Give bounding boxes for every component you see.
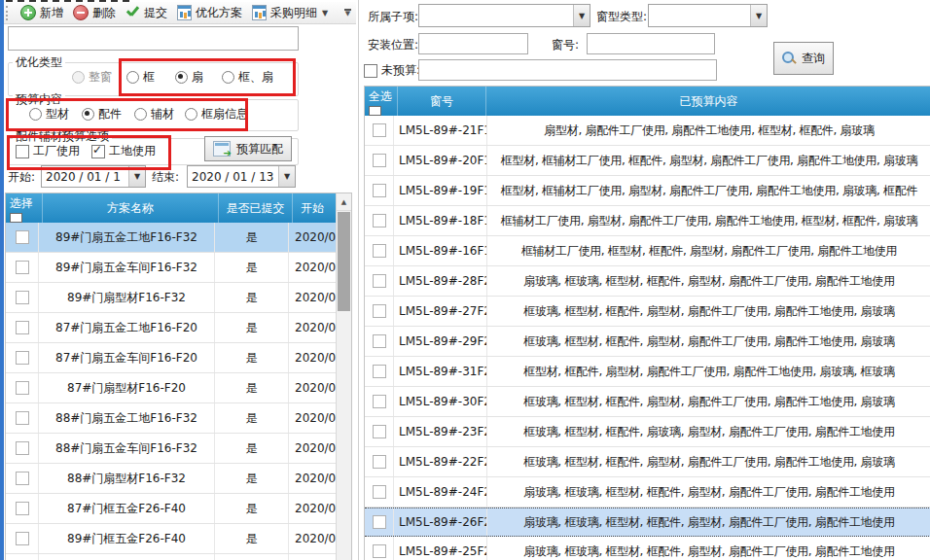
row-select-checkbox[interactable]	[373, 425, 386, 438]
window-row[interactable]: LM5L-89#-25F23扇玻璃, 框玻璃, 框型材, 框配件, 扇型材, 扇…	[365, 537, 930, 560]
row-select-checkbox[interactable]	[16, 230, 29, 244]
plan-row[interactable]: 87#门扇型材F16-F20是2020/0	[6, 373, 337, 403]
row-select-checkbox[interactable]	[373, 123, 386, 137]
window-row[interactable]: LM5L-89#-30F28框玻璃, 框型材, 框配件, 扇型材, 扇配件工厂使…	[365, 387, 930, 417]
checkbox-no-budget[interactable]: 未预算:	[364, 62, 420, 79]
radio-sash[interactable]: 扇	[175, 69, 203, 86]
select-all-checkbox[interactable]	[10, 213, 22, 223]
row-select-checkbox[interactable]	[16, 291, 29, 304]
radio-auxiliary[interactable]: 辅材	[134, 106, 174, 122]
plans-table-scrollbar[interactable]: ▲	[336, 193, 351, 560]
row-select-checkbox[interactable]	[16, 381, 29, 395]
delete-button[interactable]: 删除	[68, 3, 121, 23]
row-select-checkbox[interactable]	[373, 154, 386, 167]
add-button[interactable]: 新增	[16, 3, 68, 23]
row-select-checkbox-cell	[6, 403, 39, 433]
radio-whole-window[interactable]: 整窗	[72, 69, 112, 86]
scroll-up-icon[interactable]: ▲	[337, 193, 351, 211]
row-select-checkbox[interactable]	[373, 274, 386, 288]
row-select-checkbox[interactable]	[16, 261, 29, 274]
plan-row[interactable]: 88#门扇型材F16-F32是2020/0	[6, 464, 337, 494]
row-select-checkbox[interactable]	[373, 184, 386, 197]
submitted-cell: 是	[215, 253, 289, 282]
window-row[interactable]: LM5L-89#-24F22扇玻璃, 框玻璃, 框型材, 框配件, 扇型材, 扇…	[365, 477, 930, 508]
row-select-checkbox[interactable]	[16, 411, 29, 425]
row-select-checkbox[interactable]	[16, 441, 29, 455]
toolbar-grip-icon[interactable]	[6, 6, 11, 20]
plan-row[interactable]: 89#门框五金F26-F40是2020/0	[6, 524, 337, 554]
window-row[interactable]: LM5L-89#-28F26扇玻璃, 框玻璃, 框型材, 框配件, 扇型材, 扇…	[365, 266, 930, 297]
row-select-checkbox[interactable]	[373, 455, 386, 469]
window-row[interactable]: LM5L-89#-27F25框玻璃, 框型材, 框配件, 扇型材, 扇配件工厂使…	[365, 297, 930, 327]
sub-item-select[interactable]: ▼	[418, 4, 590, 27]
column-header-plan-name[interactable]: 方案名称	[43, 193, 219, 223]
row-select-checkbox[interactable]	[373, 544, 386, 558]
plan-filter-input[interactable]	[8, 26, 299, 51]
chevron-down-icon[interactable]: ▼	[573, 5, 590, 26]
window-row[interactable]: LM5L-89#-23F21框玻璃, 框型材, 框配件, 扇玻璃, 扇型材, 扇…	[365, 417, 930, 447]
chevron-down-icon[interactable]: ▼	[278, 166, 295, 187]
purchase-detail-button[interactable]: 采购明细 ▼	[247, 3, 333, 23]
radio-accessory[interactable]: 配件	[82, 106, 122, 122]
plan-row[interactable]: 89#门扇五金工地F16-F32是2020/0	[6, 223, 337, 253]
checkbox-site-use[interactable]: 工地使用	[91, 143, 156, 159]
plan-row[interactable]: 89#门扇型材F16-F32是2020/0	[6, 283, 337, 313]
scrollbar-thumb[interactable]	[338, 212, 350, 311]
window-row[interactable]: LM5L-89#-21F19扇型材, 扇配件工厂使用, 扇配件工地使用, 框型材…	[365, 116, 930, 146]
radio-frame-sash[interactable]: 框、扇	[222, 69, 273, 86]
chevron-down-icon[interactable]: ▼	[128, 166, 145, 187]
window-no-input[interactable]	[587, 33, 715, 54]
row-select-checkbox[interactable]	[16, 472, 29, 485]
window-row[interactable]: LM5L-89#-18F16框辅材工厂使用, 扇型材, 扇配件工厂使用, 扇配件…	[365, 206, 930, 236]
row-select-checkbox[interactable]	[373, 515, 386, 529]
optimization-plan-button[interactable]: 优化方案	[172, 3, 247, 23]
plan-row[interactable]: 88#门扇五金工地F16-F32是2020/0	[6, 403, 337, 434]
select-all-checkbox[interactable]	[369, 106, 381, 116]
column-header-start[interactable]: 开始	[293, 193, 337, 223]
row-select-checkbox[interactable]	[373, 304, 386, 318]
row-select-checkbox[interactable]	[16, 351, 29, 365]
query-button[interactable]: 查询	[773, 42, 834, 75]
row-select-checkbox[interactable]	[373, 214, 386, 228]
radio-profile[interactable]: 型材	[29, 106, 69, 122]
window-row[interactable]: LM5L-89#-20F18框型材, 框辅材工厂使用, 框配件, 扇型材, 扇配…	[365, 146, 930, 176]
plan-row[interactable]: 87#门框五金F26-F40是2020/0	[6, 494, 337, 524]
row-select-checkbox[interactable]	[373, 365, 386, 378]
toolbar-overflow-button[interactable]: ▼	[341, 5, 354, 21]
row-select-checkbox[interactable]	[373, 244, 386, 258]
date-end-picker[interactable]: 2020 / 01 / 13 ▼	[187, 165, 296, 188]
plan-row[interactable]: 87#门扇五金车间F16-F20是2020/0	[6, 343, 337, 373]
budget-match-button[interactable]: 预算匹配	[204, 136, 292, 161]
date-start-picker[interactable]: 2020 / 01 / 1 ▼	[41, 165, 146, 188]
sub-item-label: 所属子项:	[368, 9, 418, 25]
window-row[interactable]: LM5L-89#-16F15框辅材工厂使用, 框型材, 框配件, 扇型材, 扇配…	[365, 236, 930, 266]
window-type-select[interactable]: ▼	[648, 4, 768, 27]
plan-row[interactable]: 89#门扇五金车间F16-F32是2020/0	[6, 253, 337, 283]
window-row[interactable]: LM5L-89#-22F20框玻璃, 框型材, 框配件, 扇型材, 扇配件工厂使…	[365, 447, 930, 477]
plan-row[interactable]: 87#门扇五金工地F16-F20是2020/0	[6, 313, 337, 343]
submit-button[interactable]: 提交	[121, 3, 172, 23]
chevron-down-icon[interactable]: ▼	[750, 5, 767, 26]
window-row[interactable]: LM5L-89#-29F27框玻璃, 框型材, 框配件, 扇型材, 扇配件工厂使…	[365, 327, 930, 357]
checkbox-factory-use[interactable]: 工厂使用	[16, 143, 80, 159]
row-select-checkbox[interactable]	[373, 395, 386, 408]
radio-frame[interactable]: 框	[126, 69, 155, 86]
plan-row[interactable]: 88#门框五金F21-F40是2020/0	[6, 554, 337, 560]
window-row[interactable]: LM5L-89#-26F24扇玻璃, 框玻璃, 框型材, 框配件, 扇型材, 扇…	[365, 508, 930, 537]
row-select-checkbox[interactable]	[16, 502, 29, 515]
row-select-checkbox[interactable]	[373, 334, 386, 348]
select-all-header[interactable]: 全选	[365, 87, 398, 116]
row-select-checkbox[interactable]	[373, 485, 386, 499]
row-select-checkbox[interactable]	[16, 321, 29, 334]
column-header-window-no[interactable]: 窗号	[398, 87, 486, 116]
radio-frame-sash-info[interactable]: 框扇信息	[185, 106, 248, 122]
window-row[interactable]: LM5L-89#-31F29框型材, 框配件, 扇型材, 扇配件工厂使用, 扇配…	[365, 357, 930, 387]
plan-row[interactable]: 88#门扇五金车间F16-F32是2020/0	[6, 434, 337, 464]
no-budget-input[interactable]	[418, 59, 717, 81]
row-select-checkbox[interactable]	[16, 532, 29, 545]
column-header-submitted[interactable]: 是否已提交	[219, 193, 293, 223]
select-all-header[interactable]: 选择	[6, 193, 43, 223]
install-position-input[interactable]	[418, 33, 528, 54]
column-header-budgeted-content[interactable]: 已预算内容	[486, 87, 930, 116]
window-row[interactable]: LM5L-89#-19F17框型材, 框辅材工厂使用, 扇型材, 扇配件工厂使用…	[365, 176, 930, 206]
